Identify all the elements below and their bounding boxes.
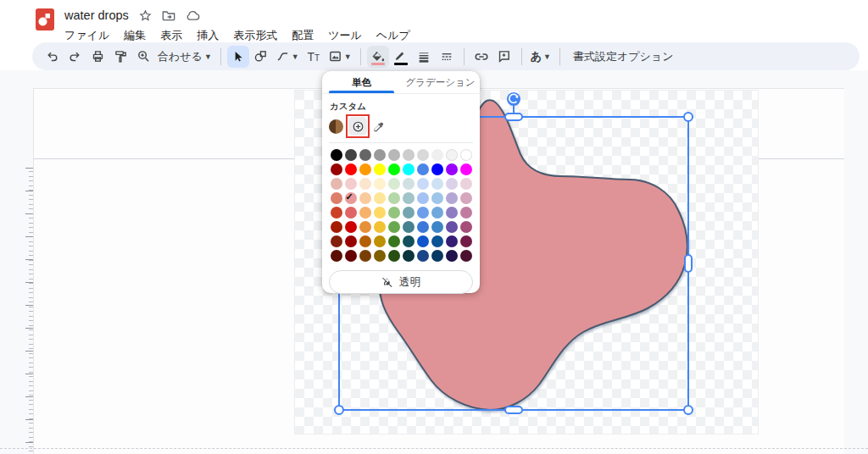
palette-color[interactable] [359, 149, 371, 161]
palette-color[interactable] [460, 192, 472, 204]
palette-color[interactable] [403, 207, 415, 219]
border-dash-button[interactable] [436, 46, 458, 68]
palette-color[interactable]: ✓ [345, 192, 357, 204]
insert-comment-button[interactable] [493, 46, 515, 68]
palette-color[interactable] [331, 163, 342, 175]
palette-color[interactable] [431, 250, 443, 262]
palette-color[interactable] [446, 250, 458, 262]
palette-color[interactable] [446, 149, 458, 161]
palette-color[interactable] [359, 178, 371, 190]
palette-color[interactable] [374, 235, 386, 247]
insert-link-button[interactable] [470, 46, 492, 68]
border-color-button[interactable] [390, 46, 412, 68]
menu-item[interactable]: ファイル [64, 28, 109, 43]
palette-color[interactable] [345, 178, 357, 190]
transparent-button[interactable]: 透明 [329, 270, 473, 294]
palette-color[interactable] [417, 235, 429, 247]
palette-color[interactable] [374, 149, 386, 161]
palette-color[interactable] [431, 163, 443, 175]
palette-color[interactable] [388, 163, 400, 175]
palette-color[interactable] [388, 192, 400, 204]
palette-color[interactable] [431, 178, 443, 190]
palette-color[interactable] [374, 221, 386, 233]
eyedropper-icon[interactable] [372, 120, 385, 133]
palette-color[interactable] [331, 149, 342, 161]
palette-color[interactable] [460, 250, 472, 262]
shape-tool-button[interactable] [250, 46, 272, 68]
palette-color[interactable] [359, 163, 371, 175]
palette-color[interactable] [403, 178, 415, 190]
palette-color[interactable] [374, 163, 386, 175]
palette-color[interactable] [374, 250, 386, 262]
menu-item[interactable]: 表示形式 [233, 28, 277, 43]
menu-item[interactable]: ツール [328, 28, 362, 43]
custom-color-swatch[interactable] [329, 119, 343, 134]
redo-button[interactable] [64, 46, 86, 68]
palette-color[interactable] [403, 221, 415, 233]
tab-gradient[interactable]: グラデーション [401, 71, 480, 93]
fill-color-button[interactable] [367, 46, 389, 68]
text-format-button[interactable]: あ ▼ [528, 46, 554, 68]
palette-color[interactable] [460, 235, 472, 247]
palette-color[interactable] [331, 178, 342, 190]
palette-color[interactable] [345, 149, 357, 161]
menu-item[interactable]: ヘルプ [376, 28, 410, 43]
palette-color[interactable] [359, 221, 371, 233]
palette-color[interactable] [460, 221, 472, 233]
palette-color[interactable] [331, 207, 342, 219]
insert-image-button[interactable]: ▼ [326, 46, 354, 68]
palette-color[interactable] [446, 163, 458, 175]
palette-color[interactable] [417, 207, 429, 219]
palette-color[interactable] [417, 163, 429, 175]
palette-color[interactable] [403, 192, 415, 204]
palette-color[interactable] [431, 149, 443, 161]
palette-color[interactable] [388, 221, 400, 233]
palette-color[interactable] [446, 192, 458, 204]
star-icon[interactable] [139, 9, 152, 22]
palette-color[interactable] [359, 207, 371, 219]
document-title[interactable]: water drops [64, 8, 129, 22]
palette-color[interactable] [374, 178, 386, 190]
palette-color[interactable] [359, 192, 371, 204]
palette-color[interactable] [417, 149, 429, 161]
palette-color[interactable] [374, 192, 386, 204]
palette-color[interactable] [403, 250, 415, 262]
palette-color[interactable] [431, 192, 443, 204]
palette-color[interactable] [431, 207, 443, 219]
border-weight-button[interactable] [413, 46, 435, 68]
zoom-button[interactable] [132, 46, 154, 68]
palette-color[interactable] [359, 250, 371, 262]
format-options-button[interactable]: 書式設定オプション [566, 46, 681, 68]
palette-color[interactable] [388, 207, 400, 219]
palette-color[interactable] [388, 149, 400, 161]
palette-color[interactable] [431, 221, 443, 233]
palette-color[interactable] [345, 221, 357, 233]
palette-color[interactable] [374, 207, 386, 219]
palette-color[interactable] [460, 149, 472, 161]
palette-color[interactable] [345, 250, 357, 262]
palette-color[interactable] [446, 178, 458, 190]
menu-item[interactable]: 表示 [160, 28, 182, 43]
select-tool-button[interactable] [227, 46, 249, 68]
print-button[interactable] [86, 46, 108, 68]
text-box-button[interactable]: TT [303, 46, 325, 68]
palette-color[interactable] [446, 235, 458, 247]
palette-color[interactable] [331, 250, 342, 262]
palette-color[interactable] [403, 163, 415, 175]
palette-color[interactable] [331, 221, 342, 233]
palette-color[interactable] [403, 235, 415, 247]
menu-item[interactable]: 挿入 [197, 28, 219, 43]
cloud-status-icon[interactable] [186, 10, 200, 21]
palette-color[interactable] [331, 192, 342, 204]
palette-color[interactable] [345, 163, 357, 175]
fit-zoom-select[interactable]: 合わせる ▼ [155, 46, 214, 68]
move-folder-icon[interactable] [162, 9, 175, 21]
menu-item[interactable]: 配置 [292, 28, 314, 43]
palette-color[interactable] [345, 207, 357, 219]
palette-color[interactable] [345, 235, 357, 247]
palette-color[interactable] [388, 250, 400, 262]
palette-color[interactable] [460, 207, 472, 219]
drawings-app-icon[interactable] [36, 8, 54, 31]
palette-color[interactable] [460, 163, 472, 175]
palette-color[interactable] [446, 207, 458, 219]
